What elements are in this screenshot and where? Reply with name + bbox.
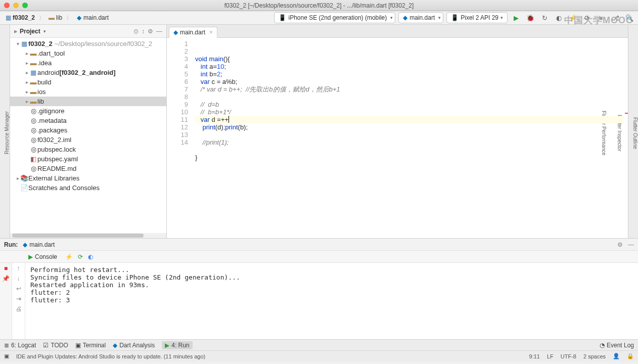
run-config-selector[interactable]: ◆ main.dart [398,12,443,23]
disclosure-open-icon[interactable]: ▾ [15,41,20,47]
vcs-button[interactable]: ⎇ [610,12,621,23]
todo-tab[interactable]: ☑TODO [43,342,68,349]
maximize-icon[interactable] [22,3,28,8]
tree-item[interactable]: ▸▦android [f0302_2_android] [10,68,166,77]
lock-icon[interactable]: 🔒 [627,353,634,359]
minimize-icon[interactable] [13,3,19,8]
tree-scratches-label: Scratches and Consoles [28,184,100,192]
tree-item[interactable]: ◎pubspec.lock [10,145,166,154]
tree-item[interactable]: ▸▬build [10,77,166,87]
tree-item[interactable]: ◎.packages [10,125,166,135]
line-separator[interactable]: LF [547,353,554,359]
gear-icon[interactable]: ⚙ [617,241,623,248]
caret-position[interactable]: 9:11 [529,353,540,359]
run-left-toolbar: ■ 📌 [0,263,12,339]
search-button[interactable]: 🔍 [624,12,635,23]
module-icon: ▦ [20,40,28,48]
tree-item[interactable]: ◎.gitignore [10,106,166,116]
close-icon[interactable]: × [209,29,213,36]
scratch-icon: 📄 [20,184,28,192]
target-icon[interactable]: ⊙ [133,28,139,35]
tree-external[interactable]: ▸ 📚 External Libraries [10,173,166,183]
scroll-icon[interactable]: ⇥ [16,295,21,302]
tree-item[interactable]: ▸▬.dart_tool [10,49,166,58]
disclosure-closed-icon[interactable]: ▸ [15,175,20,181]
tree-item[interactable]: ▸▬lib [10,97,166,106]
breadcrumb-folder[interactable]: ▬ lib [47,13,64,22]
disclosure-icon[interactable]: ▸ [24,70,29,75]
profile-button[interactable]: ◐ [553,12,564,23]
inspection-icon[interactable]: 👤 [613,353,620,359]
breadcrumb-file[interactable]: ◆ main.dart [74,13,111,22]
tree-item[interactable]: ◎f0302_2.iml [10,135,166,145]
run-tab[interactable]: ▶4: Run [162,341,192,349]
attach-button[interactable]: ↻ [539,12,550,23]
console-tab[interactable]: ▶ Console [25,252,60,262]
close-icon[interactable] [4,3,10,8]
disclosure-icon[interactable]: ▸ [24,89,29,95]
up-icon[interactable]: ↑ [17,265,20,272]
tree-root[interactable]: ▾ ▦ f0302_2 ~/Desktop/lesson/source/f030… [10,39,166,49]
console-output[interactable]: Performing hot restart... Syncing files … [25,263,638,339]
tree-item[interactable]: ◎README.md [10,164,166,173]
debug-button[interactable]: 🐞 [525,12,536,23]
gear-icon[interactable]: ⚙ [148,28,153,35]
tree-item[interactable]: ▸▬.idea [10,58,166,68]
flutter-outline-tab[interactable]: Flutter Outline [632,115,638,151]
tree-item-label: build [37,78,51,86]
event-log-tab[interactable]: ◔Event Log [600,342,634,349]
horizontal-scrollbar[interactable] [10,233,166,238]
file-icon: ◎ [29,107,37,115]
stop-button[interactable]: ■ [596,12,607,23]
avd-selector[interactable]: 📱 Pixel 2 API 29 ▾ [446,12,508,23]
open-devtools-icon[interactable]: ◐ [88,253,93,260]
project-header: ▸ Project ▾ ⊙ ↕ ⚙ — [10,25,166,38]
project-tree[interactable]: ▾ ▦ f0302_2 ~/Desktop/lesson/source/f030… [10,38,166,233]
restart-icon[interactable]: ⟳ [78,253,83,260]
error-marker[interactable] [625,113,628,114]
disclosure-icon[interactable]: ▸ [24,60,29,66]
encoding[interactable]: UTF-8 [561,353,576,359]
tree-root-label: f0302_2 [28,40,53,48]
tree-external-label: External Libraries [28,174,79,182]
tree-item[interactable]: ◧pubspec.yaml [10,154,166,164]
tree-item-label: pubspec.lock [37,146,76,153]
attach-icon[interactable]: 📌 [2,275,10,282]
tree-scratches[interactable]: 📄 Scratches and Consoles [10,183,166,193]
scrollbar-thumb[interactable] [12,234,144,238]
run-config[interactable]: ◆ main.dart [23,241,55,248]
run-button[interactable]: ▶ [511,12,522,23]
terminal-tab[interactable]: ▣Terminal [75,342,106,349]
expand-icon[interactable]: ↕ [142,28,145,35]
disclosure-icon[interactable]: ▸ [24,51,29,56]
indent[interactable]: 2 spaces [583,353,606,359]
breadcrumb-root[interactable]: ▦ f0302_2 [3,13,37,22]
hot-reload-button[interactable]: ⚡ [567,12,578,23]
chevron-down-icon[interactable]: ▾ [43,29,46,34]
print-icon[interactable]: 🖨 [16,305,22,312]
tool-windows-bar: ≣6: Logcat ☑TODO ▣Terminal ◆Dart Analysi… [0,339,638,350]
device-selector[interactable]: 📱 iPhone SE (2nd generation) (mobile) [274,12,395,23]
status-icon[interactable]: ▣ [4,353,9,359]
logcat-tab[interactable]: ≣6: Logcat [4,342,36,349]
project-view-label[interactable]: Project [20,28,40,35]
lightning-icon[interactable]: ⚡ [65,253,73,260]
collapse-icon[interactable]: — [156,28,162,35]
event-log-icon: ◔ [600,342,605,349]
disclosure-icon[interactable]: ▸ [24,99,29,104]
editor-tab[interactable]: ◆ main.dart × [169,27,217,38]
code-area[interactable]: 1234567891011121314 void main(){ int a=1… [167,38,628,238]
wrap-icon[interactable]: ↩ [16,285,21,292]
dart-analysis-tab[interactable]: ◆Dart Analysis [113,342,155,349]
main-area: Resource Manager 1: Project 7: Structure… [0,25,638,238]
disclosure-icon[interactable]: ▸ [24,79,29,85]
tree-item[interactable]: ▸▬ios [10,87,166,97]
down-icon[interactable]: ↓ [17,275,20,282]
code-content[interactable]: void main(){ int a=10; int b=2; var c = … [192,38,628,238]
file-icon: ▦ [29,69,37,76]
stop-icon[interactable]: ■ [4,265,8,272]
resource-manager-tab[interactable]: Resource Manager [4,109,10,156]
hide-icon[interactable]: — [628,241,634,248]
tree-item[interactable]: ◎.metadata [10,116,166,125]
hot-restart-button[interactable]: ⟳ [581,12,593,23]
